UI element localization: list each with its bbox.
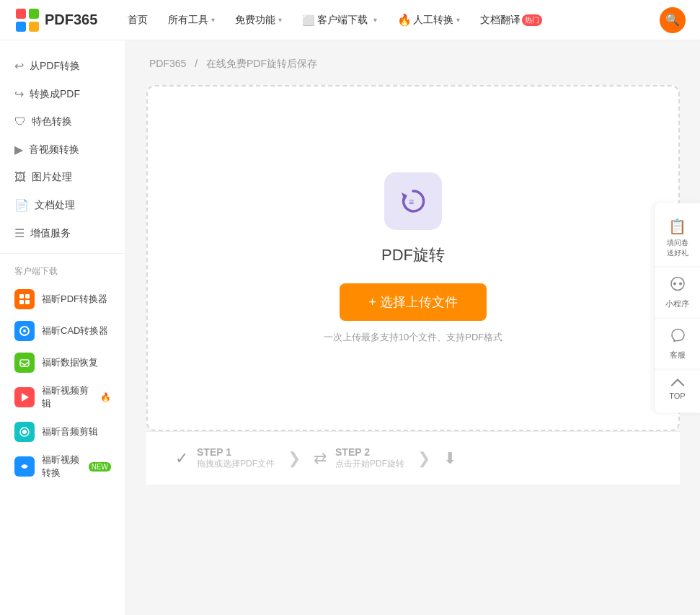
upload-hint: 一次上传最多支持10个文件、支持PDF格式 [324, 331, 502, 344]
right-float-panel: 📋 填问卷 送好礼 小程序 客服 TOP [654, 203, 700, 412]
sidebar-item-from-pdf[interactable]: ↩ 从PDF转换 [0, 52, 125, 80]
video-edit-icon [14, 387, 35, 407]
upload-button[interactable]: + 选择上传文件 [340, 283, 487, 321]
upload-area[interactable]: ≡ PDF旋转 + 选择上传文件 一次上传最多支持10个文件、支持PDF格式 [146, 85, 680, 431]
to-pdf-icon: ↪ [14, 87, 24, 101]
nav-free[interactable]: 免费功能 ▾ [226, 9, 291, 31]
logo-icon [14, 7, 40, 33]
float-service-item[interactable]: 客服 [655, 318, 700, 369]
step-1: ✓ STEP 1 拖拽或选择PDF文件 [175, 446, 275, 470]
step-2-desc: 点击开始PDF旋转 [335, 458, 404, 470]
svg-rect-3 [29, 22, 39, 32]
nav-home[interactable]: 首页 [119, 9, 156, 31]
float-top-item[interactable]: TOP [655, 369, 700, 407]
media-icon: ▶ [14, 143, 23, 156]
svg-rect-6 [19, 300, 24, 304]
pdf-rotate-svg-icon: ≡ [397, 185, 429, 217]
data-recovery-icon [14, 353, 35, 373]
step-2-arrow-icon: ❯ [417, 449, 430, 468]
new-badge: NEW [89, 462, 111, 472]
top-label: TOP [669, 391, 685, 399]
svg-text:≡: ≡ [409, 197, 414, 207]
step-2-info: STEP 2 点击开始PDF旋转 [335, 446, 404, 470]
cad-converter-icon [14, 321, 35, 341]
sidebar-item-to-pdf[interactable]: ↪ 转换成PDF [0, 80, 125, 108]
step-2-arrows-icon: ⇄ [314, 449, 327, 468]
step-1-label: STEP 1 [197, 446, 275, 458]
nav-ai-convert[interactable]: 🔥 人工转换 ▾ [389, 9, 469, 31]
sidebar-item-vip[interactable]: ☰ 增值服务 [0, 219, 125, 247]
svg-rect-7 [25, 300, 30, 304]
survey-icon: 📋 [668, 217, 686, 234]
step-3: ⬇ [443, 449, 456, 468]
from-pdf-icon: ↩ [14, 59, 24, 73]
pdf-converter-icon [14, 289, 35, 309]
svg-rect-5 [25, 294, 30, 298]
logo-text: PDF365 [45, 12, 97, 28]
miniapp-label: 小程序 [665, 298, 689, 309]
main-content: PDF365 / 在线免费PDF旋转后保存 ≡ PDF旋转 + 选择上传文件 一… [126, 40, 700, 615]
top-arrow-icon [670, 376, 686, 389]
sidebar-app-audio-edit[interactable]: 福昕音频剪辑 [0, 416, 125, 448]
step-1-arrow-icon: ❯ [288, 449, 301, 468]
sidebar-item-image[interactable]: 🖼 图片处理 [0, 164, 125, 191]
svg-marker-11 [22, 393, 29, 402]
svg-rect-2 [16, 22, 26, 32]
svg-point-9 [23, 329, 26, 332]
nav-doc-translate[interactable]: 文档翻译 热门 [471, 9, 551, 31]
doc-icon: 📄 [14, 198, 29, 212]
svg-point-13 [22, 430, 27, 434]
sidebar-app-video-convert[interactable]: 福昕视频转换 NEW [0, 448, 125, 485]
sidebar-app-data-recovery[interactable]: 福昕数据恢复 [0, 347, 125, 379]
step-3-download-icon: ⬇ [443, 449, 456, 468]
fire-icon: 🔥 [397, 13, 412, 27]
audio-edit-icon [14, 422, 35, 442]
nav-tools[interactable]: 所有工具 ▾ [159, 9, 223, 31]
special-icon: 🛡 [14, 115, 26, 128]
service-icon [670, 327, 686, 346]
svg-point-17 [673, 282, 676, 285]
vip-icon: ☰ [14, 226, 25, 240]
page-layout: ↩ 从PDF转换 ↪ 转换成PDF 🛡 特色转换 ▶ 音视频转换 🖼 图片处理 … [0, 40, 700, 615]
service-label: 客服 [670, 349, 686, 360]
svg-rect-1 [29, 9, 39, 19]
pdf-rotate-icon-wrapper: ≡ [384, 172, 442, 230]
step-1-info: STEP 1 拖拽或选择PDF文件 [197, 446, 275, 470]
step-1-desc: 拖拽或选择PDF文件 [197, 458, 275, 470]
breadcrumb: PDF365 / 在线免费PDF旋转后保存 [146, 58, 680, 71]
steps-bar: ✓ STEP 1 拖拽或选择PDF文件 ❯ ⇄ STEP 2 点击开始PDF旋转… [146, 431, 680, 485]
miniapp-icon [670, 275, 686, 295]
step-2-label: STEP 2 [335, 446, 404, 458]
sidebar-divider [0, 253, 125, 254]
sidebar-item-media[interactable]: ▶ 音视频转换 [0, 136, 125, 164]
download-box-icon: ⬜ [302, 14, 314, 26]
float-miniapp-item[interactable]: 小程序 [655, 267, 700, 318]
image-icon: 🖼 [14, 171, 26, 184]
sidebar-item-special[interactable]: 🛡 特色转换 [0, 108, 125, 136]
nav-download[interactable]: ⬜ 客户端下载 ▾ [293, 9, 386, 31]
survey-label: 填问卷 送好礼 [667, 237, 688, 257]
upload-title: PDF旋转 [381, 244, 445, 266]
search-button[interactable]: 🔍 [660, 7, 686, 33]
hot-badge: 热门 [522, 14, 542, 26]
header: PDF365 首页 所有工具 ▾ 免费功能 ▾ ⬜ 客户端下载 ▾ 🔥 人工转换… [0, 0, 700, 40]
svg-rect-0 [16, 9, 26, 19]
video-convert-icon [14, 456, 35, 477]
sidebar-app-pdf-converter[interactable]: 福昕PDF转换器 [0, 283, 125, 315]
sidebar-item-doc[interactable]: 📄 文档处理 [0, 191, 125, 219]
step-1-check-icon: ✓ [175, 449, 188, 468]
float-survey-item[interactable]: 📋 填问卷 送好礼 [655, 208, 700, 267]
logo[interactable]: PDF365 [14, 7, 97, 33]
step-2: ⇄ STEP 2 点击开始PDF旋转 [314, 446, 404, 470]
sidebar-app-cad-converter[interactable]: 福昕CAD转换器 [0, 315, 125, 347]
nav-ai-arrow: ▾ [456, 16, 460, 24]
nav-tools-arrow: ▾ [211, 16, 215, 24]
svg-point-18 [679, 282, 682, 285]
search-icon: 🔍 [665, 13, 680, 27]
sidebar: ↩ 从PDF转换 ↪ 转换成PDF 🛡 特色转换 ▶ 音视频转换 🖼 图片处理 … [0, 40, 126, 615]
svg-rect-4 [19, 294, 24, 298]
sidebar-app-video-edit[interactable]: 福昕视频剪辑 🔥 [0, 379, 125, 416]
main-nav: 首页 所有工具 ▾ 免费功能 ▾ ⬜ 客户端下载 ▾ 🔥 人工转换 ▾ 文档翻译… [119, 9, 652, 31]
nav-download-arrow: ▾ [373, 16, 377, 24]
video-edit-fire-icon: 🔥 [100, 392, 111, 402]
